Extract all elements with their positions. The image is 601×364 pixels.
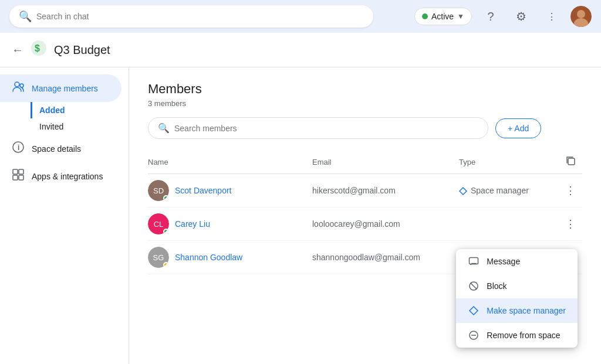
member-email: hikerscotd@gmail.com (312, 186, 459, 195)
message-icon (468, 256, 480, 267)
members-title: Members (148, 81, 582, 97)
table-row: SD Scot Davenport hikerscotd@gmail.com S… (148, 174, 582, 207)
status-dot (422, 13, 428, 19)
status-badge[interactable]: Active ▼ (414, 8, 472, 25)
space-details-label: Space details (32, 144, 81, 154)
svg-point-1 (577, 10, 585, 18)
block-icon (468, 281, 480, 291)
copy-icon[interactable] (565, 155, 576, 169)
space-header: ← $ Q3 Budget (0, 33, 601, 67)
svg-rect-12 (19, 175, 23, 180)
svg-rect-13 (568, 158, 575, 165)
space-title: Q3 Budget (54, 43, 110, 57)
topbar: 🔍 Active ▼ ? ⚙ ⋮ (0, 0, 601, 33)
main-layout: Manage members Added Invited i Space det… (0, 67, 601, 364)
remove-label: Remove from space (487, 331, 560, 340)
block-label: Block (487, 281, 507, 291)
manage-members-icon (12, 80, 25, 96)
member-search-input[interactable] (174, 124, 478, 133)
search-bar[interactable]: 🔍 (9, 5, 373, 28)
member-status-dot (163, 195, 169, 201)
svg-text:$: $ (35, 43, 40, 53)
member-search[interactable]: 🔍 (148, 117, 488, 139)
member-name-cell: SG Shannon Goodlaw (148, 247, 312, 268)
apps-icon (12, 168, 25, 184)
svg-point-5 (15, 82, 19, 87)
member-status-dot (163, 229, 169, 234)
sidebar-sub-menu: Added Invited (0, 102, 129, 135)
message-label: Message (487, 257, 520, 266)
info-icon: i (12, 141, 25, 157)
manage-members-label: Manage members (32, 84, 98, 93)
menu-item-make-manager[interactable]: Make space manager (456, 298, 578, 323)
svg-rect-10 (19, 169, 23, 174)
space-icon: $ (31, 40, 47, 60)
member-email: shannongoodlaw@gmail.com (312, 253, 459, 262)
search-input[interactable] (36, 12, 364, 21)
table-row: CL Carey Liu looloocarey@gmail.com ⋮ (148, 207, 582, 241)
menu-item-block[interactable]: Block (456, 274, 578, 298)
member-name[interactable]: Scot Davenport (175, 186, 232, 195)
member-email: looloocarey@gmail.com (312, 219, 459, 229)
content-area: Members 3 members 🔍 + Add Name Email Typ… (129, 67, 601, 364)
member-name-cell: CL Carey Liu (148, 213, 312, 234)
sidebar-item-space-details[interactable]: i Space details (0, 135, 121, 162)
back-button[interactable]: ← (12, 43, 23, 57)
user-avatar[interactable] (570, 6, 592, 27)
menu-item-remove[interactable]: Remove from space (456, 323, 578, 348)
svg-text:i: i (18, 144, 19, 152)
remove-icon (468, 330, 480, 341)
topbar-right: Active ▼ ? ⚙ ⋮ (414, 5, 592, 28)
settings-icon[interactable]: ⚙ (509, 5, 533, 28)
sidebar-sub-invited[interactable]: Invited (31, 118, 129, 135)
apps-integrations-label: Apps & integrations (32, 172, 103, 181)
svg-rect-9 (13, 169, 18, 174)
svg-line-16 (471, 283, 477, 290)
type-label: Space manager (471, 186, 529, 195)
make-manager-label: Make space manager (487, 306, 566, 315)
more-options-button[interactable]: ⋮ (561, 215, 580, 233)
sidebar: Manage members Added Invited i Space det… (0, 67, 129, 364)
col-type-header: Type (459, 158, 559, 166)
member-type: Space manager (459, 186, 559, 195)
members-count: 3 members (148, 99, 582, 108)
chevron-down-icon: ▼ (457, 12, 464, 21)
member-avatar: CL (148, 213, 169, 234)
member-avatar: SG (148, 247, 169, 268)
col-action-header (559, 155, 582, 169)
search-row: 🔍 + Add (148, 117, 582, 139)
menu-item-message[interactable]: Message (456, 249, 578, 274)
status-label: Active (431, 12, 454, 21)
svg-point-6 (20, 84, 23, 87)
member-avatar: SD (148, 180, 169, 201)
col-email-header: Email (312, 158, 459, 166)
add-button[interactable]: + Add (495, 118, 541, 138)
search-icon: 🔍 (19, 10, 32, 23)
type-diamond-icon (459, 186, 467, 195)
member-name[interactable]: Carey Liu (175, 219, 210, 229)
apps-grid-icon[interactable]: ⋮ (540, 5, 563, 28)
col-name-header: Name (148, 158, 312, 166)
diamond-icon (468, 305, 480, 316)
help-icon[interactable]: ? (479, 5, 502, 28)
svg-rect-11 (13, 175, 18, 180)
member-action: ⋮ (559, 215, 582, 233)
table-header: Name Email Type (148, 151, 582, 174)
member-name[interactable]: Shannon Goodlaw (175, 253, 242, 262)
member-name-cell: SD Scot Davenport (148, 180, 312, 201)
sidebar-item-manage-members[interactable]: Manage members (0, 74, 121, 102)
member-action: ⋮ (559, 181, 582, 200)
context-menu: Message Block Make space manager (456, 249, 578, 348)
sidebar-item-apps[interactable]: Apps & integrations (0, 162, 121, 190)
member-status-dot (163, 262, 169, 268)
search-member-icon: 🔍 (158, 123, 170, 134)
sidebar-sub-added[interactable]: Added (31, 102, 129, 118)
more-options-button[interactable]: ⋮ (561, 181, 580, 200)
